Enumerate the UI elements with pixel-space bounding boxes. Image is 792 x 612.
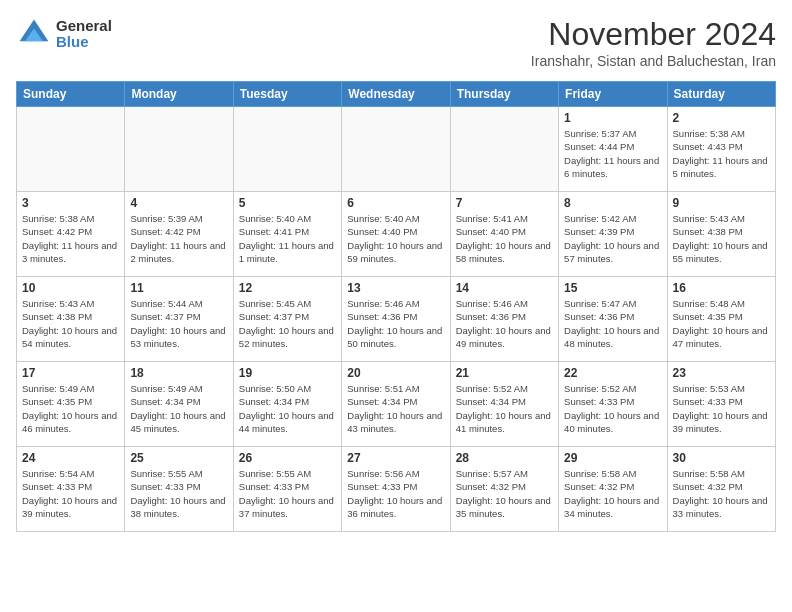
day-number: 8 — [564, 196, 661, 210]
calendar-cell: 1Sunrise: 5:37 AM Sunset: 4:44 PM Daylig… — [559, 107, 667, 192]
day-info: Sunrise: 5:54 AM Sunset: 4:33 PM Dayligh… — [22, 467, 119, 520]
calendar-cell: 4Sunrise: 5:39 AM Sunset: 4:42 PM Daylig… — [125, 192, 233, 277]
day-info: Sunrise: 5:52 AM Sunset: 4:33 PM Dayligh… — [564, 382, 661, 435]
calendar-header: SundayMondayTuesdayWednesdayThursdayFrid… — [17, 82, 776, 107]
calendar-cell — [125, 107, 233, 192]
day-number: 3 — [22, 196, 119, 210]
weekday-header-friday: Friday — [559, 82, 667, 107]
calendar-table: SundayMondayTuesdayWednesdayThursdayFrid… — [16, 81, 776, 532]
logo-text: General Blue — [56, 18, 112, 51]
day-number: 9 — [673, 196, 770, 210]
day-number: 24 — [22, 451, 119, 465]
day-info: Sunrise: 5:49 AM Sunset: 4:34 PM Dayligh… — [130, 382, 227, 435]
calendar-cell: 6Sunrise: 5:40 AM Sunset: 4:40 PM Daylig… — [342, 192, 450, 277]
day-info: Sunrise: 5:44 AM Sunset: 4:37 PM Dayligh… — [130, 297, 227, 350]
day-info: Sunrise: 5:50 AM Sunset: 4:34 PM Dayligh… — [239, 382, 336, 435]
day-number: 17 — [22, 366, 119, 380]
calendar-cell — [450, 107, 558, 192]
calendar-cell: 29Sunrise: 5:58 AM Sunset: 4:32 PM Dayli… — [559, 447, 667, 532]
weekday-row: SundayMondayTuesdayWednesdayThursdayFrid… — [17, 82, 776, 107]
calendar-cell — [17, 107, 125, 192]
page-header: General Blue November 2024 Iranshahr, Si… — [16, 16, 776, 69]
calendar-week-2: 3Sunrise: 5:38 AM Sunset: 4:42 PM Daylig… — [17, 192, 776, 277]
day-info: Sunrise: 5:58 AM Sunset: 4:32 PM Dayligh… — [564, 467, 661, 520]
calendar-cell: 26Sunrise: 5:55 AM Sunset: 4:33 PM Dayli… — [233, 447, 341, 532]
day-number: 28 — [456, 451, 553, 465]
day-info: Sunrise: 5:37 AM Sunset: 4:44 PM Dayligh… — [564, 127, 661, 180]
day-number: 5 — [239, 196, 336, 210]
weekday-header-thursday: Thursday — [450, 82, 558, 107]
day-number: 22 — [564, 366, 661, 380]
calendar-week-5: 24Sunrise: 5:54 AM Sunset: 4:33 PM Dayli… — [17, 447, 776, 532]
logo-icon — [16, 16, 52, 52]
day-number: 30 — [673, 451, 770, 465]
day-number: 29 — [564, 451, 661, 465]
calendar-cell: 20Sunrise: 5:51 AM Sunset: 4:34 PM Dayli… — [342, 362, 450, 447]
calendar-cell — [342, 107, 450, 192]
day-number: 20 — [347, 366, 444, 380]
calendar-cell: 3Sunrise: 5:38 AM Sunset: 4:42 PM Daylig… — [17, 192, 125, 277]
day-number: 13 — [347, 281, 444, 295]
calendar-cell: 15Sunrise: 5:47 AM Sunset: 4:36 PM Dayli… — [559, 277, 667, 362]
calendar-body: 1Sunrise: 5:37 AM Sunset: 4:44 PM Daylig… — [17, 107, 776, 532]
weekday-header-tuesday: Tuesday — [233, 82, 341, 107]
calendar-cell: 17Sunrise: 5:49 AM Sunset: 4:35 PM Dayli… — [17, 362, 125, 447]
day-info: Sunrise: 5:45 AM Sunset: 4:37 PM Dayligh… — [239, 297, 336, 350]
day-number: 2 — [673, 111, 770, 125]
day-number: 1 — [564, 111, 661, 125]
logo-general-text: General — [56, 18, 112, 35]
calendar-week-3: 10Sunrise: 5:43 AM Sunset: 4:38 PM Dayli… — [17, 277, 776, 362]
calendar-cell — [233, 107, 341, 192]
day-info: Sunrise: 5:39 AM Sunset: 4:42 PM Dayligh… — [130, 212, 227, 265]
day-info: Sunrise: 5:43 AM Sunset: 4:38 PM Dayligh… — [22, 297, 119, 350]
day-info: Sunrise: 5:58 AM Sunset: 4:32 PM Dayligh… — [673, 467, 770, 520]
calendar-cell: 19Sunrise: 5:50 AM Sunset: 4:34 PM Dayli… — [233, 362, 341, 447]
calendar-cell: 23Sunrise: 5:53 AM Sunset: 4:33 PM Dayli… — [667, 362, 775, 447]
logo: General Blue — [16, 16, 112, 52]
day-number: 4 — [130, 196, 227, 210]
calendar-cell: 5Sunrise: 5:40 AM Sunset: 4:41 PM Daylig… — [233, 192, 341, 277]
day-info: Sunrise: 5:52 AM Sunset: 4:34 PM Dayligh… — [456, 382, 553, 435]
day-number: 25 — [130, 451, 227, 465]
day-number: 14 — [456, 281, 553, 295]
day-info: Sunrise: 5:57 AM Sunset: 4:32 PM Dayligh… — [456, 467, 553, 520]
day-info: Sunrise: 5:51 AM Sunset: 4:34 PM Dayligh… — [347, 382, 444, 435]
day-info: Sunrise: 5:46 AM Sunset: 4:36 PM Dayligh… — [347, 297, 444, 350]
calendar-cell: 28Sunrise: 5:57 AM Sunset: 4:32 PM Dayli… — [450, 447, 558, 532]
day-number: 10 — [22, 281, 119, 295]
calendar-cell: 21Sunrise: 5:52 AM Sunset: 4:34 PM Dayli… — [450, 362, 558, 447]
day-info: Sunrise: 5:46 AM Sunset: 4:36 PM Dayligh… — [456, 297, 553, 350]
day-number: 18 — [130, 366, 227, 380]
day-number: 19 — [239, 366, 336, 380]
day-number: 23 — [673, 366, 770, 380]
weekday-header-monday: Monday — [125, 82, 233, 107]
calendar-cell: 16Sunrise: 5:48 AM Sunset: 4:35 PM Dayli… — [667, 277, 775, 362]
day-info: Sunrise: 5:48 AM Sunset: 4:35 PM Dayligh… — [673, 297, 770, 350]
day-info: Sunrise: 5:40 AM Sunset: 4:40 PM Dayligh… — [347, 212, 444, 265]
calendar-cell: 12Sunrise: 5:45 AM Sunset: 4:37 PM Dayli… — [233, 277, 341, 362]
calendar-cell: 27Sunrise: 5:56 AM Sunset: 4:33 PM Dayli… — [342, 447, 450, 532]
day-info: Sunrise: 5:42 AM Sunset: 4:39 PM Dayligh… — [564, 212, 661, 265]
calendar-cell: 2Sunrise: 5:38 AM Sunset: 4:43 PM Daylig… — [667, 107, 775, 192]
day-number: 26 — [239, 451, 336, 465]
weekday-header-sunday: Sunday — [17, 82, 125, 107]
day-number: 16 — [673, 281, 770, 295]
calendar-cell: 8Sunrise: 5:42 AM Sunset: 4:39 PM Daylig… — [559, 192, 667, 277]
day-info: Sunrise: 5:38 AM Sunset: 4:43 PM Dayligh… — [673, 127, 770, 180]
calendar-cell: 24Sunrise: 5:54 AM Sunset: 4:33 PM Dayli… — [17, 447, 125, 532]
day-info: Sunrise: 5:41 AM Sunset: 4:40 PM Dayligh… — [456, 212, 553, 265]
calendar-cell: 14Sunrise: 5:46 AM Sunset: 4:36 PM Dayli… — [450, 277, 558, 362]
day-info: Sunrise: 5:40 AM Sunset: 4:41 PM Dayligh… — [239, 212, 336, 265]
day-info: Sunrise: 5:49 AM Sunset: 4:35 PM Dayligh… — [22, 382, 119, 435]
calendar-cell: 9Sunrise: 5:43 AM Sunset: 4:38 PM Daylig… — [667, 192, 775, 277]
day-info: Sunrise: 5:55 AM Sunset: 4:33 PM Dayligh… — [130, 467, 227, 520]
weekday-header-saturday: Saturday — [667, 82, 775, 107]
calendar-cell: 30Sunrise: 5:58 AM Sunset: 4:32 PM Dayli… — [667, 447, 775, 532]
day-info: Sunrise: 5:47 AM Sunset: 4:36 PM Dayligh… — [564, 297, 661, 350]
calendar-cell: 10Sunrise: 5:43 AM Sunset: 4:38 PM Dayli… — [17, 277, 125, 362]
day-number: 27 — [347, 451, 444, 465]
calendar-cell: 7Sunrise: 5:41 AM Sunset: 4:40 PM Daylig… — [450, 192, 558, 277]
day-info: Sunrise: 5:43 AM Sunset: 4:38 PM Dayligh… — [673, 212, 770, 265]
location-subtitle: Iranshahr, Sistan and Baluchestan, Iran — [531, 53, 776, 69]
day-info: Sunrise: 5:55 AM Sunset: 4:33 PM Dayligh… — [239, 467, 336, 520]
